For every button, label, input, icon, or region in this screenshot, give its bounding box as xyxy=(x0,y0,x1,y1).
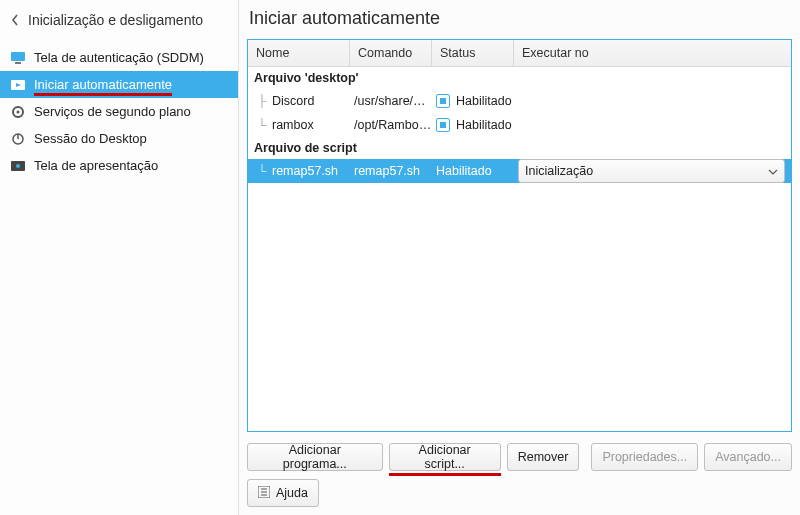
properties-button: Propriedades... xyxy=(591,443,698,471)
enabled-checkbox[interactable] xyxy=(436,94,450,108)
chevron-down-icon xyxy=(768,164,778,178)
help-icon xyxy=(258,486,270,501)
dropdown-value: Inicialização xyxy=(525,164,593,178)
group-desktop[interactable]: Arquivo 'desktop' xyxy=(248,67,791,89)
help-button[interactable]: Ajuda xyxy=(247,479,319,507)
row-status: Habilitado xyxy=(456,94,512,108)
sidebar-item-label: Serviços de segundo plano xyxy=(34,104,191,119)
sidebar-item-label: Tela de autenticação (SDDM) xyxy=(34,50,204,65)
row-command: /usr/share/di... xyxy=(350,94,432,108)
row-status: Habilitado xyxy=(456,118,512,132)
tree-branch-icon: ├ xyxy=(252,94,272,108)
row-name: Discord xyxy=(272,94,314,108)
svg-point-5 xyxy=(17,110,20,113)
sidebar-item-label: Iniciar automaticamente xyxy=(34,77,172,92)
row-name: rambox xyxy=(272,118,314,132)
autostart-table: Nome Comando Status Executar no Arquivo … xyxy=(247,39,792,432)
add-script-button[interactable]: Adicionar script... xyxy=(389,443,501,471)
splash-icon xyxy=(10,158,26,174)
table-header: Nome Comando Status Executar no xyxy=(248,40,791,67)
column-header-status[interactable]: Status xyxy=(432,40,514,66)
sidebar: Inicialização e desligamento Tela de aut… xyxy=(0,0,239,515)
table-row-selected[interactable]: └ remap57.sh remap57.sh Habilitado Inici… xyxy=(248,159,791,183)
autostart-icon xyxy=(10,77,26,93)
svg-rect-1 xyxy=(15,62,21,64)
monitor-icon xyxy=(10,50,26,66)
row-name: remap57.sh xyxy=(272,164,338,178)
system-settings-window: Inicialização e desligamento Tela de aut… xyxy=(0,0,800,515)
column-header-nome[interactable]: Nome xyxy=(248,40,350,66)
sidebar-item-sddm[interactable]: Tela de autenticação (SDDM) xyxy=(0,44,238,71)
sidebar-item-services[interactable]: Serviços de segundo plano xyxy=(0,98,238,125)
column-header-comando[interactable]: Comando xyxy=(350,40,432,66)
sidebar-item-session[interactable]: Sessão do Desktop xyxy=(0,125,238,152)
power-icon xyxy=(10,131,26,147)
add-program-button[interactable]: Adicionar programa... xyxy=(247,443,383,471)
row-command: remap57.sh xyxy=(354,164,420,178)
tree-branch-icon: └ xyxy=(252,118,272,132)
row-command: /opt/Rambox... xyxy=(350,118,432,132)
table-row[interactable]: ├Discord /usr/share/di... Habilitado xyxy=(248,89,791,113)
table-row[interactable]: └rambox /opt/Rambox... Habilitado xyxy=(248,113,791,137)
gear-icon xyxy=(10,104,26,120)
main-panel: Iniciar automaticamente Nome Comando Sta… xyxy=(239,0,800,515)
sidebar-item-splash[interactable]: Tela de apresentação xyxy=(0,152,238,179)
svg-rect-0 xyxy=(11,52,25,61)
advanced-button: Avançado... xyxy=(704,443,792,471)
sidebar-item-autostart[interactable]: Iniciar automaticamente xyxy=(0,71,238,98)
group-script[interactable]: Arquivo de script xyxy=(248,137,791,159)
row-status: Habilitado xyxy=(436,164,492,178)
sidebar-item-label: Sessão do Desktop xyxy=(34,131,147,146)
runat-dropdown[interactable]: Inicialização xyxy=(518,159,785,183)
sidebar-title: Inicialização e desligamento xyxy=(28,12,203,28)
column-header-executar[interactable]: Executar no xyxy=(514,40,791,66)
table-body: Arquivo 'desktop' ├Discord /usr/share/di… xyxy=(248,67,791,431)
help-label: Ajuda xyxy=(276,486,308,500)
sidebar-items: Tela de autenticação (SDDM) Iniciar auto… xyxy=(0,40,238,179)
sidebar-item-label: Tela de apresentação xyxy=(34,158,158,173)
remove-button[interactable]: Remover xyxy=(507,443,580,471)
button-row-secondary: Ajuda xyxy=(247,471,792,507)
back-icon xyxy=(8,14,22,26)
button-row-primary: Adicionar programa... Adicionar script..… xyxy=(247,432,792,471)
tree-branch-icon: └ xyxy=(252,164,272,178)
enabled-checkbox[interactable] xyxy=(436,118,450,132)
page-title: Iniciar automaticamente xyxy=(247,4,792,39)
sidebar-header[interactable]: Inicialização e desligamento xyxy=(0,0,238,40)
svg-point-9 xyxy=(16,164,20,168)
